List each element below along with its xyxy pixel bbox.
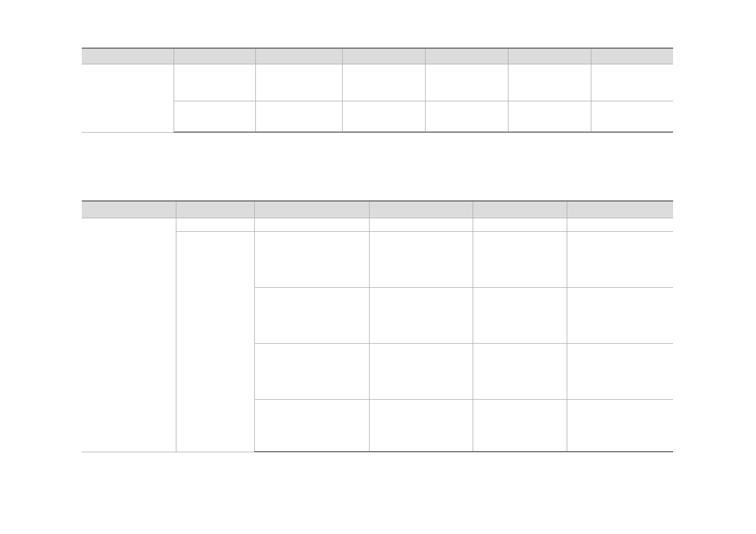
table-1-header-cell [342,48,425,64]
table-2-header-row [82,201,673,218]
table-2-cell [254,231,369,287]
table-2-header-cell [567,201,673,218]
table-2-row [82,218,673,231]
table-1-cell [425,64,508,101]
table-1-cell [508,64,591,101]
table-2-cell [82,218,176,452]
table-2-header-cell [254,201,369,218]
table-1-header-cell [82,48,174,64]
table-1-cell [591,64,673,101]
table-1-cell [255,64,342,101]
table-2-header-cell [369,201,473,218]
table-2-cell [567,343,673,399]
table-2-cell [567,399,673,452]
table-2-header-cell [82,201,176,218]
table-2-cell [176,218,254,231]
table-2-cell [369,218,473,231]
table-2-cell [473,218,567,231]
table-2-cell [473,287,567,343]
table-2-cell [254,343,369,399]
table-2-cell [254,218,369,231]
table-2-cell [567,231,673,287]
table-2-header-cell [176,201,254,218]
table-2-cell [369,287,473,343]
table-1-header-cell [508,48,591,64]
page-canvas [0,0,756,534]
table-1-header-cell [174,48,255,64]
table-2-cell [254,287,369,343]
table-1-cell [255,101,342,132]
table-1-cell [342,64,425,101]
table-2-cell [473,231,567,287]
table-2-cell [369,231,473,287]
table-2-cell [567,287,673,343]
table-2-header-cell [473,201,567,218]
table-1-cell [174,101,255,132]
table-1-cell [174,64,255,101]
table-1-header-row [82,48,673,64]
table-1-cell [425,101,508,132]
table-1-header-cell [255,48,342,64]
table-1-cell [508,101,591,132]
table-2-cell [473,343,567,399]
table-1 [82,48,673,133]
table-1-cell [82,64,174,132]
table-1-cell [342,101,425,132]
table-1-cell [591,101,673,132]
table-1-header-cell [425,48,508,64]
table-2-cell [473,399,567,452]
table-1-header-cell [591,48,673,64]
table-1-row [82,64,673,101]
table-2-cell [254,399,369,452]
table-2 [82,200,673,452]
table-2-cell [176,231,254,452]
table-2-cell [369,399,473,452]
table-2-cell [369,343,473,399]
table-2-cell [567,218,673,231]
